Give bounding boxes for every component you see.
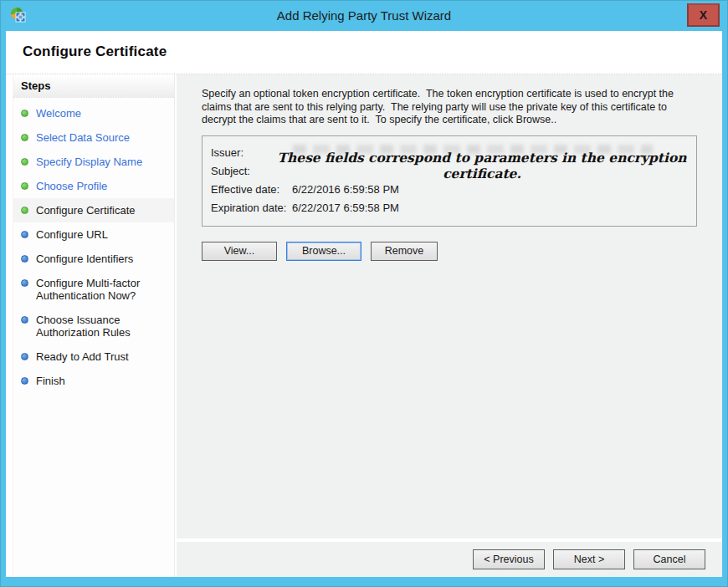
sidebar-step-configure-multi-factor-authentication-now: Configure Multi-factor Authentication No… (13, 271, 174, 308)
step-bullet-pending-icon (21, 353, 28, 360)
certificate-details-box: These fields correspond to parameters in… (202, 135, 697, 227)
sidebar-step-finish: Finish (13, 369, 174, 393)
step-description: Specify an optional token encryption cer… (202, 88, 699, 127)
view-button[interactable]: View... (202, 242, 277, 261)
sidebar-step-label: Specify Display Name (36, 156, 142, 168)
content-area: Specify an optional token encryption cer… (177, 74, 722, 539)
sidebar-step-select-data-source[interactable]: Select Data Source (13, 125, 174, 150)
close-button[interactable]: X (687, 3, 720, 27)
step-bullet-done-icon (21, 182, 28, 190)
sidebar-step-welcome[interactable]: Welcome (13, 101, 174, 125)
sidebar-step-configure-url: Configure URL (13, 222, 174, 247)
window-title: Add Relying Party Trust Wizard (1, 1, 727, 29)
previous-button[interactable]: < Previous (473, 549, 545, 569)
certificate-actions: View... Browse... Remove (202, 242, 699, 261)
step-bullet-done-icon (21, 158, 28, 166)
cert-field-label: Expiration date: (211, 199, 292, 217)
step-bullet-done-icon (21, 134, 28, 141)
sidebar-step-label: Configure URL (36, 228, 108, 241)
step-bullet-pending-icon (21, 316, 28, 324)
cert-field-label: Effective date: (211, 181, 292, 199)
step-bullet-current-icon (21, 207, 28, 214)
step-bullet-pending-icon (21, 255, 28, 263)
step-bullet-pending-icon (21, 377, 28, 385)
sidebar-step-choose-profile[interactable]: Choose Profile (13, 174, 174, 198)
step-bullet-pending-icon (21, 231, 28, 238)
sidebar-step-label: Choose Profile (36, 180, 107, 192)
sidebar-step-label: Ready to Add Trust (36, 350, 129, 363)
content-column: Specify an optional token encryption cer… (177, 74, 722, 577)
sidebar-step-label: Configure Certificate (36, 204, 136, 217)
next-button[interactable]: Next > (553, 549, 625, 569)
sidebar-step-configure-identifiers: Configure Identifiers (13, 247, 174, 271)
sidebar-step-label: Configure Identifiers (36, 253, 133, 265)
remove-button[interactable]: Remove (371, 242, 438, 261)
cert-field-value: 6/22/2016 6:59:58 PM (292, 181, 688, 199)
page-title: Configure Certificate (23, 43, 722, 60)
sidebar-step-label: Finish (36, 375, 65, 387)
sidebar-step-label: Configure Multi-factor Authentication No… (36, 277, 171, 302)
certificate-annotation: These fields correspond to parameters in… (274, 150, 690, 181)
sidebar-step-ready-to-add-trust: Ready to Add Trust (13, 345, 174, 369)
steps-panel: Steps Welcome Select Data Source Specify… (13, 74, 175, 577)
steps-panel-title: Steps (13, 74, 174, 98)
sidebar-step-label: Select Data Source (36, 131, 130, 144)
cancel-button[interactable]: Cancel (633, 549, 705, 569)
sidebar-step-configure-certificate: Configure Certificate (13, 198, 174, 222)
titlebar: Add Relying Party Trust Wizard X (1, 1, 727, 31)
sidebar-step-label: Choose Issuance Authorization Rules (36, 314, 171, 339)
cert-field-value: 6/22/2017 6:59:58 PM (292, 199, 688, 217)
step-bullet-pending-icon (21, 279, 28, 287)
wizard-footer: < Previous Next > Cancel (177, 539, 722, 577)
sidebar-step-specify-display-name[interactable]: Specify Display Name (13, 150, 174, 174)
cert-field-effective-date: Effective date: 6/22/2016 6:59:58 PM (211, 181, 688, 199)
sidebar-step-label: Welcome (36, 107, 81, 120)
sidebar-step-choose-issuance-authorization-rules: Choose Issuance Authorization Rules (13, 308, 174, 345)
page-header: Configure Certificate (6, 31, 722, 74)
wizard-dialog: Configure Certificate Steps Welcome Sele… (6, 31, 722, 577)
wizard-window: Add Relying Party Trust Wizard X Configu… (0, 0, 728, 587)
cert-field-expiration-date: Expiration date: 6/22/2017 6:59:58 PM (211, 199, 688, 217)
browse-button[interactable]: Browse... (286, 242, 361, 261)
steps-list: Welcome Select Data Source Specify Displ… (13, 98, 174, 393)
step-bullet-done-icon (21, 110, 28, 117)
